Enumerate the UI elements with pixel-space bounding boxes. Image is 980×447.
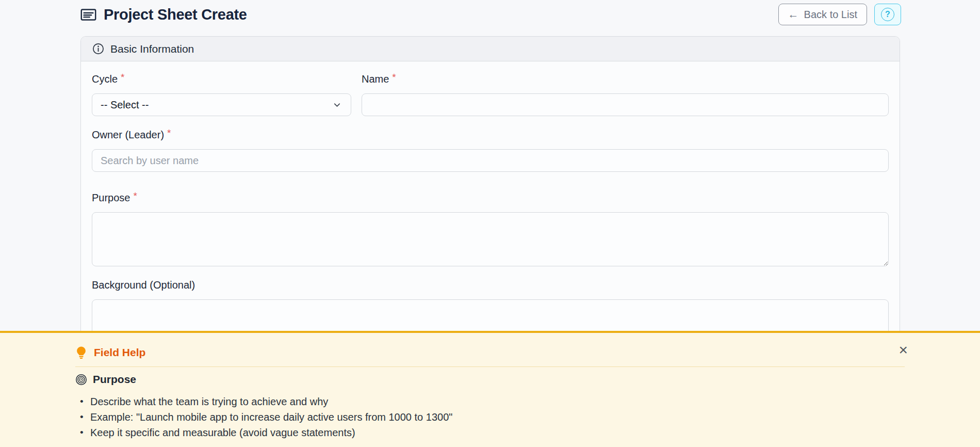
help-bullet-list: Describe what the team is trying to achi… <box>75 394 905 440</box>
chevron-down-icon <box>332 100 342 110</box>
help-bullet: Example: "Launch mobile app to increase … <box>75 409 905 425</box>
required-asterisk: * <box>121 72 124 83</box>
page-title: Project Sheet Create <box>104 6 247 23</box>
card-section-header: Basic Information <box>81 37 900 61</box>
required-asterisk: * <box>167 127 171 139</box>
left-arrow-icon: ← <box>788 8 799 21</box>
name-label: Name* <box>362 73 889 85</box>
help-bullet: Keep it specific and measurable (avoid v… <box>75 425 905 440</box>
owner-field: Owner (Leader)* <box>92 129 889 172</box>
question-circle-icon: ? <box>881 8 894 21</box>
help-bullet: Describe what the team is trying to achi… <box>75 394 905 409</box>
background-label: Background (Optional) <box>92 279 889 291</box>
help-purpose-section: Purpose Describe what the team is trying… <box>75 373 905 440</box>
field-help-header: Field Help <box>75 345 905 360</box>
back-to-list-label: Back to List <box>804 9 857 21</box>
cycle-field: Cycle* -- Select -- <box>92 73 351 116</box>
cycle-label: Cycle* <box>92 73 351 85</box>
field-help-title: Field Help <box>94 346 145 359</box>
cycle-select[interactable]: -- Select -- <box>92 93 351 116</box>
close-icon[interactable]: × <box>899 342 908 358</box>
lightbulb-icon <box>75 346 87 359</box>
document-lines-icon <box>80 8 96 22</box>
field-help-panel: Field Help × Purpose <box>0 331 980 447</box>
target-icon <box>75 374 87 386</box>
info-circle-icon <box>92 43 104 55</box>
required-asterisk: * <box>392 72 396 83</box>
page-help-button[interactable]: ? <box>874 4 901 25</box>
name-field: Name* <box>362 73 889 116</box>
required-asterisk: * <box>134 190 137 202</box>
cycle-select-value: -- Select -- <box>101 99 149 111</box>
purpose-label: Purpose* <box>92 191 889 204</box>
form-body: Cycle* -- Select -- Name* <box>81 61 900 353</box>
title-group: Project Sheet Create <box>80 6 247 23</box>
section-title: Basic Information <box>110 43 194 55</box>
top-bar: Project Sheet Create ← Back to List ? <box>80 0 901 29</box>
name-input[interactable] <box>362 93 889 116</box>
page: Project Sheet Create ← Back to List ? Ba… <box>0 0 980 447</box>
purpose-textarea[interactable] <box>92 212 889 266</box>
owner-label: Owner (Leader)* <box>92 129 889 141</box>
help-divider <box>75 366 905 367</box>
help-section-heading: Purpose <box>75 373 905 386</box>
owner-search-input[interactable] <box>92 149 889 172</box>
help-section-title: Purpose <box>93 373 136 386</box>
purpose-field: Purpose* <box>92 191 889 268</box>
back-to-list-button[interactable]: ← Back to List <box>778 4 867 25</box>
